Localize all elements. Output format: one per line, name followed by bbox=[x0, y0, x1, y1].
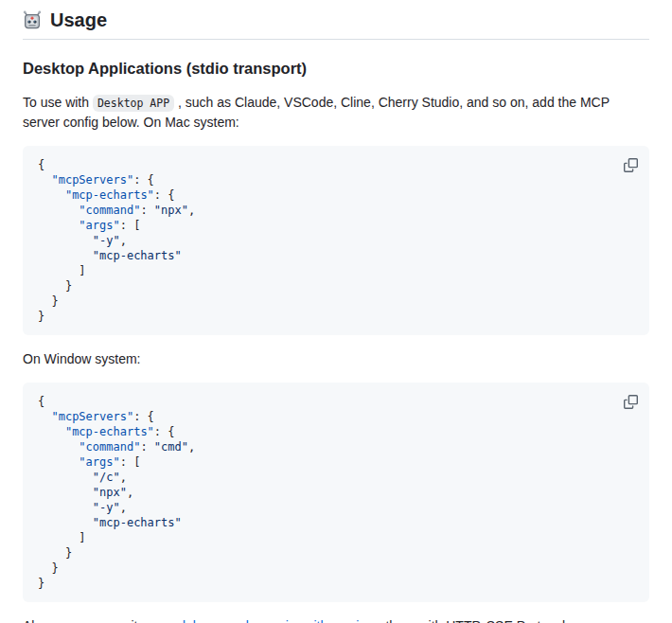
usage-heading: Usage bbox=[23, 8, 649, 40]
code-line: ] bbox=[38, 263, 634, 278]
glama-ai-link[interactable]: glama.ai bbox=[239, 618, 289, 623]
copy-button[interactable] bbox=[621, 392, 640, 411]
readme-usage-section: Usage Desktop Applications (stdio transp… bbox=[0, 0, 672, 623]
mac-config-code-block: { "mcpServers": { "mcp-echarts": { "comm… bbox=[23, 146, 649, 335]
intro-text-before: To use with bbox=[23, 95, 93, 110]
code-line: "command": "cmd", bbox=[38, 439, 634, 454]
windows-config-json: { "mcpServers": { "mcp-echarts": { "comm… bbox=[38, 394, 634, 591]
code-line: } bbox=[38, 309, 634, 324]
code-line: } bbox=[38, 561, 634, 576]
footer-text-prefix: Also, you can use it on bbox=[23, 618, 160, 623]
code-line: } bbox=[38, 278, 634, 294]
modelscope-link[interactable]: modelscope bbox=[160, 618, 232, 623]
code-line: "mcp-echarts" bbox=[38, 515, 634, 530]
copy-button[interactable] bbox=[621, 155, 640, 174]
code-line: "mcpServers": { bbox=[38, 409, 634, 424]
footer-separator: , bbox=[289, 618, 296, 623]
mac-config-json: { "mcpServers": { "mcp-echarts": { "comm… bbox=[38, 157, 634, 324]
code-line: "mcp-echarts": { bbox=[38, 424, 634, 439]
footer-paragraph: Also, you can use it on modelscope, glam… bbox=[23, 616, 649, 623]
code-line: } bbox=[38, 545, 634, 561]
intro-paragraph: To use with Desktop APP , such as Claude… bbox=[23, 93, 649, 132]
smithery-ai-link[interactable]: smithery.ai bbox=[296, 618, 360, 623]
code-line: "-y", bbox=[38, 233, 634, 248]
robot-emoji-icon bbox=[23, 10, 42, 29]
windows-config-code-block: { "mcpServers": { "mcp-echarts": { "comm… bbox=[23, 383, 649, 602]
code-line: { bbox=[38, 157, 634, 172]
code-line: { bbox=[38, 394, 634, 409]
copy-icon bbox=[624, 158, 638, 172]
code-line: ] bbox=[38, 530, 634, 545]
code-line: "args": [ bbox=[38, 454, 634, 470]
copy-icon bbox=[624, 395, 638, 409]
code-line: "mcpServers": { bbox=[38, 172, 634, 187]
desktop-applications-heading: Desktop Applications (stdio transport) bbox=[23, 59, 649, 79]
code-line: "command": "npx", bbox=[38, 203, 634, 218]
usage-heading-text: Usage bbox=[50, 8, 107, 32]
code-line: "args": [ bbox=[38, 218, 634, 233]
code-line: "mcp-echarts": { bbox=[38, 187, 634, 203]
windows-label: On Window system: bbox=[23, 349, 649, 368]
code-line: "/c", bbox=[38, 470, 634, 485]
code-line: } bbox=[38, 294, 634, 309]
desktop-app-inline-code: Desktop APP bbox=[93, 95, 174, 112]
footer-separator: , bbox=[231, 618, 239, 623]
code-line: } bbox=[38, 576, 634, 591]
code-line: "-y", bbox=[38, 500, 634, 515]
code-line: "mcp-echarts" bbox=[38, 248, 634, 263]
footer-text-suffix: or others with HTTP, SSE Protocol. bbox=[359, 618, 569, 623]
code-line: "npx", bbox=[38, 485, 634, 500]
